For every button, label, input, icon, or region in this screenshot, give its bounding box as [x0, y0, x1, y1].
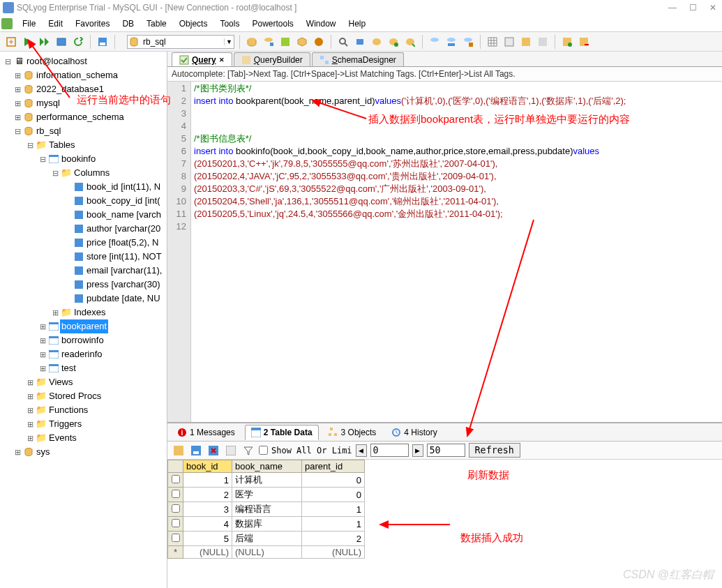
- execute-button[interactable]: [21, 35, 35, 49]
- expand-icon[interactable]: ⊞: [38, 333, 47, 347]
- database-input[interactable]: [140, 37, 224, 47]
- tool-13[interactable]: [461, 35, 475, 49]
- columns-folder[interactable]: Columns: [73, 166, 111, 180]
- column-node[interactable]: store [int(11), NOT: [85, 250, 163, 264]
- tab-schemadesigner[interactable]: SchemaDesigner: [312, 52, 404, 66]
- cell[interactable]: 计算机: [232, 473, 302, 488]
- tool-16[interactable]: [519, 35, 533, 49]
- expand-icon[interactable]: ⊞: [13, 445, 22, 459]
- menu-tools[interactable]: Tools: [214, 17, 245, 30]
- cell[interactable]: 1: [302, 517, 365, 532]
- db-node[interactable]: 2022_database1: [35, 82, 105, 96]
- column-node[interactable]: book_id [int(11), N: [85, 180, 162, 194]
- tool-17[interactable]: [536, 35, 550, 49]
- db-node[interactable]: performance_schema: [35, 110, 126, 124]
- tool-19[interactable]: [577, 35, 591, 49]
- expand-icon[interactable]: ⊟: [13, 124, 22, 138]
- tool-12[interactable]: [444, 35, 458, 49]
- tool-1[interactable]: [245, 35, 259, 49]
- table-bookparent[interactable]: bookparent: [60, 319, 108, 333]
- grid-tool-4[interactable]: [224, 444, 238, 458]
- code-area[interactable]: /*图书类别表*/ insert into bookparent(book_na…: [191, 82, 722, 422]
- functions-folder[interactable]: Functions: [47, 403, 89, 417]
- cell[interactable]: 1: [183, 473, 232, 488]
- db-node[interactable]: mysql: [35, 96, 61, 110]
- table-node[interactable]: borrowinfo: [60, 333, 105, 347]
- close-button[interactable]: ✕: [709, 3, 716, 13]
- expand-icon[interactable]: ⊞: [13, 96, 22, 110]
- tab-objects[interactable]: 3 Objects: [323, 425, 382, 439]
- db-node[interactable]: information_schema: [35, 68, 119, 82]
- table-bookinfo[interactable]: bookinfo: [60, 152, 97, 166]
- expand-icon[interactable]: ⊞: [25, 431, 35, 445]
- column-node[interactable]: book_name [varch: [85, 208, 163, 222]
- expand-icon[interactable]: ⊞: [25, 389, 35, 403]
- row-checkbox[interactable]: [172, 534, 180, 542]
- cell[interactable]: 5: [183, 532, 232, 546]
- expand-icon[interactable]: ⊞: [13, 110, 22, 124]
- cell[interactable]: 编程语言: [232, 502, 302, 517]
- refresh-button[interactable]: [71, 35, 85, 49]
- tool-15[interactable]: [502, 35, 516, 49]
- tab-history[interactable]: 4 History: [386, 425, 442, 439]
- cell[interactable]: 4: [183, 517, 232, 532]
- cell[interactable]: 2: [302, 532, 365, 546]
- new-connection-button[interactable]: [4, 35, 18, 49]
- expand-icon[interactable]: ⊞: [38, 347, 47, 361]
- expand-icon[interactable]: ⊞: [13, 68, 22, 82]
- expand-icon[interactable]: ⊞: [38, 361, 47, 375]
- cell[interactable]: 3: [183, 502, 232, 517]
- grid-filter-button[interactable]: [241, 444, 255, 458]
- cell[interactable]: 数据库: [232, 517, 302, 532]
- table-node[interactable]: readerinfo: [60, 347, 104, 361]
- tables-folder[interactable]: Tables: [47, 138, 77, 152]
- expand-icon[interactable]: ⊟: [50, 166, 60, 180]
- tool-9[interactable]: [386, 35, 400, 49]
- save-button[interactable]: [96, 35, 110, 49]
- expand-icon[interactable]: ⊟: [25, 138, 35, 152]
- tool-2[interactable]: [262, 35, 276, 49]
- expand-icon[interactable]: ⊞: [25, 375, 35, 389]
- tool-8[interactable]: [370, 35, 384, 49]
- grid-tool-1[interactable]: [172, 444, 186, 458]
- column-node[interactable]: press [varchar(30): [85, 278, 161, 292]
- column-node[interactable]: pubdate [date, NU: [85, 292, 162, 306]
- tab-messages[interactable]: i1 Messages: [172, 425, 241, 439]
- menu-favorites[interactable]: Favorites: [70, 17, 115, 30]
- tool-10[interactable]: [403, 35, 417, 49]
- column-node[interactable]: price [float(5,2), N: [85, 236, 160, 250]
- dropdown-icon[interactable]: ▼: [224, 38, 234, 45]
- expand-icon[interactable]: ⊞: [25, 417, 35, 431]
- maximize-button[interactable]: ☐: [689, 3, 697, 13]
- expand-icon[interactable]: ⊟: [3, 54, 13, 68]
- minimize-button[interactable]: —: [668, 3, 677, 13]
- next-button[interactable]: ▶: [412, 444, 423, 457]
- col-header[interactable]: book_id: [183, 460, 232, 473]
- menu-edit[interactable]: Edit: [43, 17, 68, 30]
- tool-11[interactable]: [428, 35, 442, 49]
- expand-icon[interactable]: ⊞: [50, 306, 60, 319]
- tool-18[interactable]: [560, 35, 574, 49]
- expand-icon[interactable]: ⊟: [38, 152, 47, 166]
- triggers-folder[interactable]: Triggers: [47, 417, 83, 431]
- cell[interactable]: (NULL): [302, 546, 365, 559]
- tab-query[interactable]: Query✕: [172, 52, 232, 66]
- menu-powertools[interactable]: Powertools: [246, 17, 299, 30]
- row-checkbox[interactable]: [172, 504, 180, 513]
- sql-editor[interactable]: 123456789101112 /*图书类别表*/ insert into bo…: [167, 82, 722, 422]
- column-node[interactable]: book_copy_id [int(: [85, 194, 162, 208]
- cell[interactable]: 2: [183, 488, 232, 502]
- tab-tabledata[interactable]: 2 Table Data: [245, 425, 319, 440]
- data-grid[interactable]: book_id book_name parent_id 1计算机0 2医学0 3…: [167, 460, 722, 559]
- execute-all-button[interactable]: [38, 35, 52, 49]
- cell[interactable]: 0: [302, 473, 365, 488]
- tool-5[interactable]: [312, 35, 326, 49]
- tool-6[interactable]: [336, 35, 350, 49]
- execute-explain-button[interactable]: [54, 35, 68, 49]
- tab-querybuilder[interactable]: QueryBuilder: [234, 52, 310, 66]
- expand-icon[interactable]: ⊞: [38, 319, 47, 333]
- db-node[interactable]: sys: [35, 445, 52, 459]
- cell[interactable]: (NULL): [232, 546, 302, 559]
- refresh-grid-button[interactable]: Refresh: [469, 443, 520, 458]
- limit-to[interactable]: [427, 444, 465, 457]
